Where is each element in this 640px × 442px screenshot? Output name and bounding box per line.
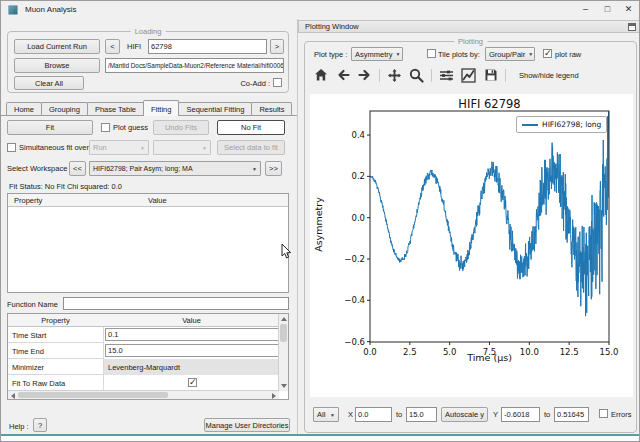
time-end-input[interactable]: [105, 344, 279, 357]
plot-type-label: Plot type :: [314, 50, 347, 59]
scroll-left-icon[interactable]: [11, 393, 15, 399]
plotting-dock-titlebar[interactable]: Plotting Window: [298, 20, 640, 33]
minimize-button[interactable]: –: [576, 2, 595, 17]
svg-text:−0.4: −0.4: [344, 295, 365, 305]
curve-scope-combo[interactable]: All▼: [313, 407, 339, 422]
fit-status-text: Fit Status: No Fit Chi squared: 0.0: [9, 182, 122, 191]
tab-grouping[interactable]: Grouping: [41, 102, 88, 116]
tile-by-value: Group/Pair: [489, 50, 525, 59]
scroll-down-icon[interactable]: [281, 384, 287, 388]
plotting-group: Plotting Plot type : Asymmetry▼ Tile plo…: [304, 41, 637, 433]
run-number-input[interactable]: [148, 39, 267, 54]
simultaneous-fit-checkbox[interactable]: [7, 143, 16, 152]
application-window: Muon Analysis – □ ✕ Loading Load Current…: [0, 0, 640, 442]
next-run-button[interactable]: >: [270, 39, 284, 54]
scroll-right-icon[interactable]: [272, 393, 276, 399]
forward-icon[interactable]: [357, 68, 372, 83]
table-row[interactable]: Minimizer Levenberg-Marquardt: [8, 359, 278, 375]
plot-raw-label: plot raw: [555, 50, 581, 59]
save-icon[interactable]: [483, 68, 498, 83]
y-min-input[interactable]: [501, 407, 540, 422]
tab-phase-table[interactable]: Phase Table: [87, 102, 144, 116]
settings-property-header: Property: [8, 316, 103, 325]
time-start-input[interactable]: [105, 328, 279, 341]
scroll-up-icon[interactable]: [281, 317, 287, 321]
select-workspace-label: Select Workspace: [7, 164, 67, 173]
clear-all-button[interactable]: Clear All: [14, 76, 84, 90]
simultaneous-scope-value: Run: [93, 143, 107, 152]
subplots-icon[interactable]: [439, 68, 454, 83]
x-max-input[interactable]: [406, 407, 437, 422]
pan-icon[interactable]: [387, 68, 402, 83]
workspace-previous-button[interactable]: <<: [69, 161, 86, 176]
tab-results[interactable]: Results: [251, 102, 292, 116]
function-name-input[interactable]: [63, 297, 289, 310]
no-fit-button[interactable]: No Fit: [217, 120, 285, 135]
tile-by-combo[interactable]: Group/Pair▼: [485, 47, 535, 61]
row-property: Time End: [12, 347, 44, 356]
co-add-label: Co-Add :: [240, 79, 270, 88]
table-row[interactable]: Fit To Raw Data: [8, 375, 278, 391]
scrollbar-thumb[interactable]: [18, 392, 168, 398]
tile-plots-checkbox[interactable]: [427, 49, 436, 58]
settings-header: Property Value: [8, 314, 278, 327]
chevron-down-icon: ▼: [137, 145, 145, 151]
zoom-icon[interactable]: [409, 68, 424, 83]
fit-to-raw-checkbox[interactable]: [188, 378, 197, 387]
home-icon[interactable]: [313, 68, 328, 83]
co-add-checkbox[interactable]: [273, 78, 282, 87]
browse-button[interactable]: Browse: [14, 58, 100, 73]
undo-fits-button[interactable]: Undo Fits: [153, 120, 209, 135]
table-row[interactable]: Time End: [8, 343, 278, 359]
tab-sequential-fitting[interactable]: Sequential Fitting: [178, 102, 252, 116]
legend-line-sample: [522, 124, 538, 126]
vertical-scrollbar[interactable]: [278, 314, 288, 391]
float-dock-icon[interactable]: [628, 23, 636, 31]
tab-home[interactable]: Home: [6, 102, 42, 116]
previous-run-button[interactable]: <: [105, 39, 120, 54]
y-max-input[interactable]: [554, 407, 589, 422]
window-titlebar: Muon Analysis – □ ✕: [1, 1, 640, 19]
load-current-run-button[interactable]: Load Current Run: [14, 39, 100, 54]
plot-type-combo[interactable]: Asymmetry▼: [351, 47, 403, 61]
minimizer-value[interactable]: Levenberg-Marquardt: [108, 363, 180, 372]
chevron-down-icon: ▼: [525, 51, 533, 57]
workspace-combo[interactable]: HIFI62798; Pair Asym; long; MA▼: [89, 161, 261, 176]
manage-user-directories-button[interactable]: Manage User Directories: [204, 418, 290, 432]
horizontal-scrollbar[interactable]: [8, 390, 279, 399]
plot-figure[interactable]: HIFI 62798 Asymmetry Time (μs) 0.02.55.0…: [310, 94, 633, 397]
svg-text:0.4: 0.4: [351, 130, 365, 140]
workspace-value: HIFI62798; Pair Asym; long; MA: [93, 165, 193, 172]
parameters-value-header: Value: [148, 196, 167, 205]
workspace-next-button[interactable]: >>: [265, 161, 282, 176]
x-min-input[interactable]: [355, 407, 392, 422]
instrument-label: HIFI: [127, 42, 141, 51]
show-hide-legend-button[interactable]: Show/hide legend: [513, 68, 585, 83]
svg-text:0.0: 0.0: [351, 213, 365, 223]
legend-label: HIFI62798; long: [542, 120, 601, 129]
select-data-to-fit-button[interactable]: Select data to fit: [217, 140, 285, 155]
simultaneous-scope-combo[interactable]: Run▼: [89, 140, 149, 155]
simultaneous-selection-combo[interactable]: ▼: [153, 140, 211, 155]
fit-settings-table[interactable]: Property Value Time Start Time End Minim…: [7, 313, 289, 400]
help-button[interactable]: ?: [33, 418, 47, 432]
plot-toolbar: Show/hide legend: [313, 66, 585, 84]
table-row[interactable]: Time Start: [8, 327, 278, 343]
fit-button[interactable]: Fit: [7, 120, 93, 135]
fit-parameters-table[interactable]: Property Value: [7, 193, 289, 293]
customize-plot-icon[interactable]: [461, 68, 476, 83]
plot-guess-checkbox[interactable]: [101, 123, 110, 132]
file-path-field[interactable]: /Mantid Docs/SampleData-Muon2/Reference …: [105, 58, 284, 73]
panel-divider: [297, 19, 298, 434]
errors-checkbox[interactable]: [599, 409, 608, 418]
scrollbar-thumb[interactable]: [280, 324, 287, 342]
tab-fitting[interactable]: Fitting: [143, 100, 179, 116]
close-button[interactable]: ✕: [619, 2, 638, 17]
back-icon[interactable]: [335, 68, 350, 83]
plot-raw-checkbox[interactable]: [543, 49, 552, 58]
plot-legend[interactable]: HIFI62798; long: [516, 116, 607, 133]
autoscale-y-button[interactable]: Autoscale y: [441, 407, 488, 422]
plot-title: HIFI 62798: [370, 97, 609, 111]
maximize-button[interactable]: □: [598, 2, 617, 17]
x-to-label: to: [396, 410, 402, 419]
